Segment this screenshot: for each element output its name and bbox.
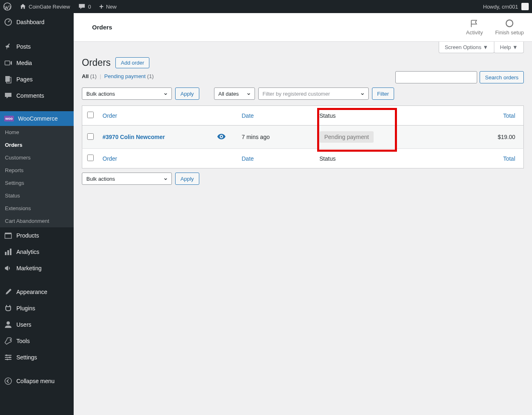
search-input[interactable] bbox=[395, 71, 477, 83]
menu-plugins[interactable]: Plugins bbox=[0, 300, 74, 316]
svg-point-16 bbox=[220, 135, 222, 137]
help-tab[interactable]: Help ▼ bbox=[494, 42, 524, 53]
orders-table: Order Date Status Total #3970 Colin Newc… bbox=[82, 105, 524, 168]
search-button[interactable]: Search orders bbox=[480, 71, 524, 83]
finish-setup-button[interactable]: Finish setup bbox=[495, 19, 524, 36]
svg-rect-6 bbox=[5, 233, 11, 234]
svg-rect-8 bbox=[7, 250, 9, 255]
row-checkbox[interactable] bbox=[87, 133, 94, 140]
activity-button[interactable]: Activity bbox=[466, 19, 483, 36]
dashboard-icon bbox=[4, 18, 12, 26]
menu-products[interactable]: Products bbox=[0, 227, 74, 244]
greeting: Howdy, crn001 bbox=[483, 4, 518, 10]
submenu-orders[interactable]: Orders bbox=[0, 139, 74, 151]
col-date-foot[interactable]: Date bbox=[242, 155, 254, 162]
comments-count: 0 bbox=[88, 4, 91, 10]
svg-point-13 bbox=[7, 359, 8, 360]
customer-filter-select[interactable]: Filter by registered customer bbox=[258, 87, 369, 100]
submenu-customers[interactable]: Customers bbox=[0, 151, 74, 164]
comment-icon bbox=[4, 92, 12, 100]
submenu-settings[interactable]: Settings bbox=[0, 177, 74, 189]
select-all-top[interactable] bbox=[87, 112, 94, 118]
wrench-icon bbox=[4, 337, 12, 345]
header-title: Orders bbox=[82, 24, 112, 31]
svg-point-14 bbox=[5, 378, 11, 384]
products-icon bbox=[4, 231, 12, 240]
add-order-button[interactable]: Add order bbox=[115, 57, 149, 68]
menu-dashboard[interactable]: Dashboard bbox=[0, 13, 74, 31]
circle-icon bbox=[505, 19, 514, 28]
woo-icon: woo bbox=[4, 116, 14, 121]
menu-users[interactable]: Users bbox=[0, 316, 74, 333]
filter-all[interactable]: All bbox=[82, 73, 89, 79]
table-row[interactable]: #3970 Colin Newcomer 7 mins ago Pending … bbox=[82, 126, 524, 149]
wp-logo[interactable] bbox=[3, 2, 11, 11]
megaphone-icon bbox=[4, 264, 12, 272]
content-area: Orders Activity Finish setup Screen Opti… bbox=[74, 13, 532, 415]
submenu-reports[interactable]: Reports bbox=[0, 164, 74, 177]
svg-point-12 bbox=[9, 357, 11, 358]
filter-button[interactable]: Filter bbox=[372, 87, 394, 100]
status-badge: Pending payment bbox=[320, 131, 374, 143]
menu-posts[interactable]: Posts bbox=[0, 38, 74, 55]
col-status-foot: Status bbox=[316, 149, 456, 168]
flag-icon bbox=[470, 19, 479, 28]
media-icon bbox=[4, 59, 12, 67]
site-link[interactable]: CoinGate Review bbox=[20, 3, 70, 10]
filter-pending[interactable]: Pending payment bbox=[104, 73, 146, 79]
user-icon bbox=[4, 321, 12, 329]
menu-appearance[interactable]: Appearance bbox=[0, 284, 74, 300]
brush-icon bbox=[4, 288, 12, 296]
apply-button-bottom[interactable]: Apply bbox=[175, 173, 199, 185]
admin-sidebar: Dashboard Posts Media Pages Comments woo… bbox=[0, 13, 74, 415]
svg-rect-7 bbox=[5, 252, 7, 255]
submenu-cart-abandon[interactable]: Cart Abandonment bbox=[0, 215, 74, 227]
svg-rect-2 bbox=[5, 61, 10, 65]
collapse-icon bbox=[4, 377, 12, 385]
menu-pages[interactable]: Pages bbox=[0, 71, 74, 87]
screen-options-tab[interactable]: Screen Options ▼ bbox=[439, 42, 494, 53]
menu-collapse[interactable]: Collapse menu bbox=[0, 373, 74, 389]
page-header: Orders Activity Finish setup bbox=[74, 13, 532, 42]
svg-point-10 bbox=[7, 321, 10, 325]
submenu-extensions[interactable]: Extensions bbox=[0, 202, 74, 215]
preview-icon[interactable] bbox=[217, 134, 225, 141]
page-title: Orders bbox=[82, 57, 110, 68]
menu-woocommerce[interactable]: woo WooCommerce bbox=[0, 111, 74, 126]
col-status: Status bbox=[316, 106, 456, 126]
comments-link[interactable]: 0 bbox=[78, 3, 91, 10]
admin-bar: CoinGate Review 0 + New Howdy, crn001 bbox=[0, 0, 532, 13]
date-filter-select[interactable]: All dates bbox=[214, 87, 255, 100]
woo-submenu: Home Orders Customers Reports Settings S… bbox=[0, 126, 74, 227]
menu-comments[interactable]: Comments bbox=[0, 87, 74, 104]
analytics-icon bbox=[4, 248, 12, 256]
pin-icon bbox=[4, 43, 12, 51]
select-all-bottom[interactable] bbox=[87, 155, 94, 161]
new-link[interactable]: + New bbox=[99, 2, 117, 11]
menu-analytics[interactable]: Analytics bbox=[0, 244, 74, 260]
col-total[interactable]: Total bbox=[503, 112, 515, 119]
menu-media[interactable]: Media bbox=[0, 55, 74, 71]
submenu-home[interactable]: Home bbox=[0, 126, 74, 139]
user-menu[interactable]: Howdy, crn001 bbox=[483, 3, 529, 10]
svg-rect-3 bbox=[5, 76, 10, 82]
svg-point-15 bbox=[506, 20, 513, 27]
menu-tools[interactable]: Tools bbox=[0, 333, 74, 349]
col-total-foot[interactable]: Total bbox=[503, 155, 515, 162]
svg-rect-5 bbox=[5, 234, 11, 238]
col-date[interactable]: Date bbox=[242, 112, 254, 119]
bulk-actions-select-bottom[interactable]: Bulk actions bbox=[82, 173, 172, 185]
order-link[interactable]: #3970 Colin Newcomer bbox=[103, 134, 165, 140]
submenu-status[interactable]: Status bbox=[0, 189, 74, 202]
bulk-actions-select[interactable]: Bulk actions bbox=[82, 87, 172, 100]
menu-settings[interactable]: Settings bbox=[0, 349, 74, 366]
col-order-foot[interactable]: Order bbox=[103, 155, 117, 162]
order-date: 7 mins ago bbox=[238, 126, 316, 149]
plug-icon bbox=[4, 304, 12, 312]
pages-icon bbox=[4, 75, 12, 83]
menu-marketing[interactable]: Marketing bbox=[0, 260, 74, 276]
avatar bbox=[521, 3, 529, 10]
apply-button-top[interactable]: Apply bbox=[175, 87, 199, 100]
col-order[interactable]: Order bbox=[103, 112, 117, 119]
order-total: $19.00 bbox=[456, 126, 524, 149]
